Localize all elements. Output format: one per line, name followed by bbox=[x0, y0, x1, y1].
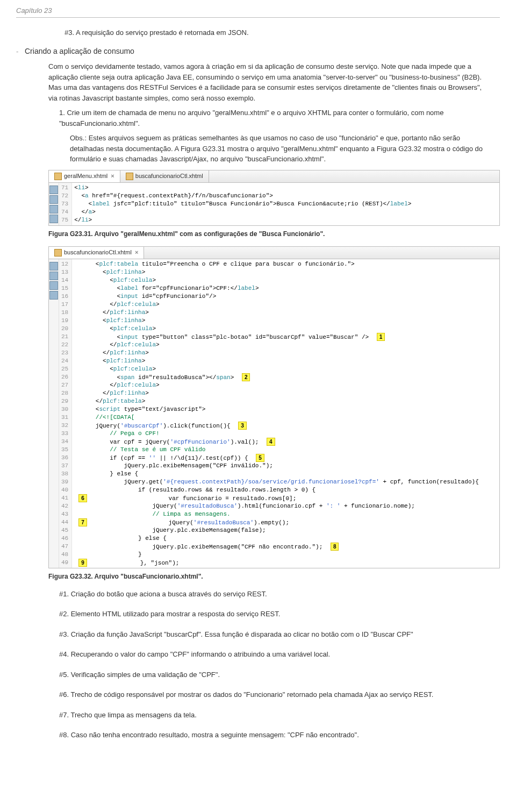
explanation-item: #5. Verificação simples de uma validação… bbox=[59, 669, 484, 680]
code-marker: 1 bbox=[377, 333, 385, 341]
chapter-label: Capítulo 23 bbox=[16, 5, 500, 18]
file-icon bbox=[54, 173, 62, 180]
code-marker: 8 bbox=[331, 543, 339, 551]
explanation-item: #4. Recuperando o valor do campo "CPF" i… bbox=[59, 649, 484, 660]
explanation-list: #1. Criação do botão que aciona a busca … bbox=[59, 589, 484, 740]
editor-left-gutter-icons bbox=[49, 183, 59, 225]
file-icon bbox=[126, 173, 133, 180]
code-marker: 7 bbox=[78, 518, 87, 526]
tab-geralmenu[interactable]: geralMenu.xhtml × bbox=[49, 170, 120, 182]
tab-buscafuncionarioctl[interactable]: buscafuncionarioCtl.xhtml bbox=[120, 170, 209, 182]
code-marker: 9 bbox=[78, 559, 87, 567]
intro-paragraph: Com o serviço devidamente testado, vamos… bbox=[48, 61, 484, 103]
section-heading: Criando a aplicação de consumo bbox=[25, 46, 134, 57]
code-window-geralmenu: geralMenu.xhtml × buscafuncionarioCtl.xh… bbox=[48, 170, 500, 226]
explanation-item: #1. Criação do botão que aciona a busca … bbox=[59, 589, 484, 600]
code-marker: 4 bbox=[267, 438, 275, 446]
code-area[interactable]: <plcf:tabela titulo="Preencha o CPF e cl… bbox=[72, 259, 499, 568]
substep-1b: Obs.: Estes arquivos seguem as práticas … bbox=[70, 133, 484, 165]
figure-caption-31: Figura G23.31. Arquivo "geralMenu.xhtml"… bbox=[48, 229, 500, 239]
explanation-item: #8. Caso não tenha encontrado resultado,… bbox=[59, 730, 484, 740]
code-marker: 6 bbox=[78, 494, 87, 502]
figure-caption-32: Figura G23.32. Arquivo "buscaFuncionario… bbox=[48, 572, 500, 581]
line-gutter: 1213141516171819202122232425262728293031… bbox=[59, 259, 72, 568]
close-icon[interactable]: × bbox=[111, 172, 114, 181]
close-icon[interactable]: × bbox=[135, 248, 138, 257]
code-marker: 5 bbox=[256, 454, 264, 462]
tab-label: geralMenu.xhtml bbox=[64, 172, 108, 181]
tab-label: buscafuncionarioCtl.xhtml bbox=[64, 248, 132, 257]
explanation-item: #7. Trecho que limpa as mensagens da tel… bbox=[59, 710, 484, 721]
step-3: #3. A requisição do serviço prestado é r… bbox=[64, 27, 500, 38]
code-window-buscafuncionario: buscafuncionarioCtl.xhtml × 121314151617… bbox=[48, 246, 500, 568]
explanation-item: #3. Criação da função JavaScript "buscar… bbox=[59, 629, 484, 640]
explanation-item: #2. Elemento HTML utilizado para mostrar… bbox=[59, 609, 484, 619]
substep-1a: 1. Crie um item de chamada de menu no ar… bbox=[59, 108, 484, 129]
code-marker: 2 bbox=[242, 373, 250, 381]
code-marker: 3 bbox=[238, 422, 247, 430]
dash-bullet: - bbox=[16, 46, 22, 57]
tab-buscafuncionarioctl[interactable]: buscafuncionarioCtl.xhtml × bbox=[49, 246, 144, 259]
tab-label: buscafuncionarioCtl.xhtml bbox=[135, 172, 203, 181]
editor-left-gutter-icons bbox=[49, 259, 59, 568]
editor-tabbar: geralMenu.xhtml × buscafuncionarioCtl.xh… bbox=[49, 170, 499, 183]
explanation-item: #6. Trecho de código responsável por mos… bbox=[59, 689, 484, 700]
file-icon bbox=[54, 249, 62, 257]
editor-tabbar: buscafuncionarioCtl.xhtml × bbox=[49, 247, 499, 259]
code-area[interactable]: <li> <a href="#{request.contextPath}/f/n… bbox=[72, 183, 499, 225]
line-gutter: 7172737475 bbox=[59, 183, 72, 225]
